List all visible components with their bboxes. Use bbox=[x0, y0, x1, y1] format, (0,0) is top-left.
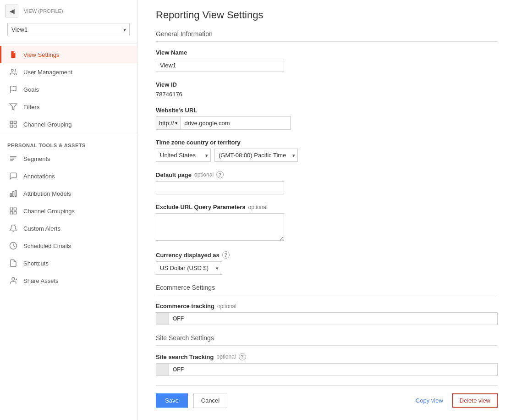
sidebar-item-user-management[interactable]: User Management bbox=[0, 63, 137, 81]
cancel-button[interactable]: Cancel bbox=[193, 393, 227, 408]
default-page-group: Default page optional ? bbox=[156, 171, 498, 194]
exclude-url-label: Exclude URL Query Parameters optional bbox=[156, 204, 498, 210]
svg-rect-3 bbox=[10, 121, 12, 123]
users-icon bbox=[9, 68, 18, 76]
site-search-toggle-handle bbox=[156, 364, 169, 376]
website-url-label: Website's URL bbox=[156, 107, 498, 114]
delete-view-button[interactable]: Delete view bbox=[452, 393, 498, 408]
sidebar-item-scheduled-emails[interactable]: Scheduled Emails bbox=[0, 237, 137, 254]
ecommerce-toggle[interactable]: OFF bbox=[156, 312, 498, 325]
timezone-country-select[interactable]: United States bbox=[156, 149, 211, 162]
general-section-title: General Information bbox=[156, 30, 498, 42]
site-search-help-icon[interactable]: ? bbox=[239, 353, 246, 360]
attribution-icon bbox=[9, 189, 18, 198]
sidebar-item-label-goals: Goals bbox=[23, 86, 39, 93]
exclude-url-group: Exclude URL Query Parameters optional bbox=[156, 204, 498, 242]
sidebar-item-channel-grouping[interactable]: Channel Grouping bbox=[0, 116, 137, 133]
default-page-help-icon[interactable]: ? bbox=[216, 171, 224, 178]
view-name-group: View Name bbox=[156, 49, 498, 72]
share-assets-icon bbox=[9, 276, 18, 285]
main-nav: View Settings User Management Goals Filt… bbox=[0, 46, 137, 133]
sidebar-item-label-scheduled-emails: Scheduled Emails bbox=[23, 243, 71, 249]
exclude-url-textarea[interactable] bbox=[156, 213, 284, 241]
svg-rect-5 bbox=[10, 125, 12, 127]
svg-point-0 bbox=[11, 69, 14, 72]
svg-rect-16 bbox=[10, 212, 12, 214]
sidebar-item-label-user-management: User Management bbox=[23, 69, 72, 76]
svg-rect-11 bbox=[10, 193, 11, 197]
general-info-section: General Information View Name View ID 78… bbox=[156, 30, 498, 275]
svg-rect-4 bbox=[14, 121, 16, 123]
sidebar-item-label-shortcuts: Shortcuts bbox=[23, 260, 49, 267]
view-dropdown[interactable]: View1 bbox=[7, 23, 130, 36]
ecommerce-toggle-handle bbox=[156, 313, 169, 325]
sidebar-item-channel-groupings[interactable]: Channel Groupings bbox=[0, 202, 137, 220]
channel-groupings-icon bbox=[9, 207, 18, 215]
default-page-label: Default page optional ? bbox=[156, 171, 498, 178]
svg-rect-14 bbox=[10, 208, 12, 210]
personal-nav: Segments Annotations Attribution Models … bbox=[0, 150, 137, 289]
timezone-value-wrap: (GMT-08:00) Pacific Time bbox=[214, 149, 298, 162]
copy-view-button[interactable]: Copy view bbox=[416, 397, 443, 404]
view-id-value: 78746176 bbox=[156, 91, 498, 98]
doc-icon bbox=[9, 50, 18, 59]
site-search-section: Site Search Settings Site search Trackin… bbox=[156, 334, 498, 376]
sidebar-item-label-attribution-models: Attribution Models bbox=[23, 190, 71, 197]
segments-icon bbox=[9, 155, 18, 163]
site-search-toggle[interactable]: OFF bbox=[156, 363, 498, 376]
svg-rect-13 bbox=[15, 190, 16, 197]
svg-point-19 bbox=[12, 277, 15, 280]
url-input[interactable] bbox=[181, 116, 291, 130]
sidebar-item-label-filters: Filters bbox=[23, 104, 39, 111]
sidebar-item-label-view-settings: View Settings bbox=[23, 51, 60, 58]
currency-select[interactable]: US Dollar (USD $) bbox=[156, 261, 222, 275]
ecommerce-section: Ecommerce Settings Ecommerce tracking op… bbox=[156, 284, 498, 325]
sidebar-item-attribution-models[interactable]: Attribution Models bbox=[0, 185, 137, 202]
currency-select-wrap: US Dollar (USD $) bbox=[156, 261, 222, 275]
svg-rect-15 bbox=[14, 208, 16, 210]
main-content: Reporting View Settings General Informat… bbox=[137, 0, 516, 420]
sidebar-item-label-share-assets: Share Assets bbox=[23, 277, 59, 284]
ecommerce-section-title: Ecommerce Settings bbox=[156, 284, 498, 295]
website-url-group: Website's URL http:// bbox=[156, 107, 498, 130]
default-page-input[interactable] bbox=[156, 181, 284, 194]
filter-icon bbox=[9, 103, 18, 111]
view-selector-wrap: View1 bbox=[0, 19, 137, 42]
sidebar-item-goals[interactable]: Goals bbox=[0, 81, 137, 98]
url-row: http:// bbox=[156, 116, 498, 130]
save-button[interactable]: Save bbox=[156, 393, 188, 408]
timezone-group: Time zone country or territory United St… bbox=[156, 139, 498, 162]
view-name-label: View Name bbox=[156, 49, 498, 56]
sidebar-item-label-annotations: Annotations bbox=[23, 173, 55, 180]
sidebar-item-share-assets[interactable]: Share Assets bbox=[0, 272, 137, 289]
flag-icon bbox=[9, 85, 18, 94]
timezone-value-select[interactable]: (GMT-08:00) Pacific Time bbox=[214, 149, 298, 162]
sidebar-item-label-channel-grouping: Channel Grouping bbox=[23, 121, 72, 128]
view-id-group: View ID 78746176 bbox=[156, 81, 498, 98]
annotations-icon bbox=[9, 172, 18, 180]
svg-rect-12 bbox=[13, 192, 14, 197]
sidebar-item-custom-alerts[interactable]: Custom Alerts bbox=[0, 220, 137, 237]
sidebar-item-view-settings[interactable]: View Settings bbox=[0, 46, 137, 63]
url-protocol-dropdown[interactable]: http:// bbox=[156, 116, 181, 130]
ecommerce-tracking-group: Ecommerce tracking optional OFF bbox=[156, 303, 498, 325]
timezone-country-wrap: United States bbox=[156, 149, 211, 162]
sidebar-item-annotations[interactable]: Annotations bbox=[0, 167, 137, 185]
currency-help-icon[interactable]: ? bbox=[222, 251, 230, 259]
footer-right: Copy view Delete view bbox=[416, 393, 498, 408]
scheduled-emails-icon bbox=[9, 242, 18, 250]
site-search-tracking-label: Site search Tracking optional ? bbox=[156, 353, 498, 360]
ecommerce-toggle-label: OFF bbox=[169, 314, 187, 324]
sidebar: ◀ VIEW (PROFILE) View1 View Settings Use… bbox=[0, 0, 137, 420]
back-button[interactable]: ◀ bbox=[5, 5, 18, 17]
sidebar-item-shortcuts[interactable]: Shortcuts bbox=[0, 254, 137, 272]
page-title: Reporting View Settings bbox=[156, 9, 498, 21]
sidebar-item-filters[interactable]: Filters bbox=[0, 98, 137, 116]
tz-row: United States (GMT-08:00) Pacific Time bbox=[156, 149, 498, 162]
sidebar-item-segments[interactable]: Segments bbox=[0, 150, 137, 167]
view-dropdown-wrap: View1 bbox=[7, 23, 130, 36]
form-footer: Save Cancel Copy view Delete view bbox=[156, 385, 498, 415]
sidebar-item-label-segments: Segments bbox=[23, 155, 50, 162]
view-name-input[interactable] bbox=[156, 59, 284, 72]
shortcuts-icon bbox=[9, 259, 18, 267]
